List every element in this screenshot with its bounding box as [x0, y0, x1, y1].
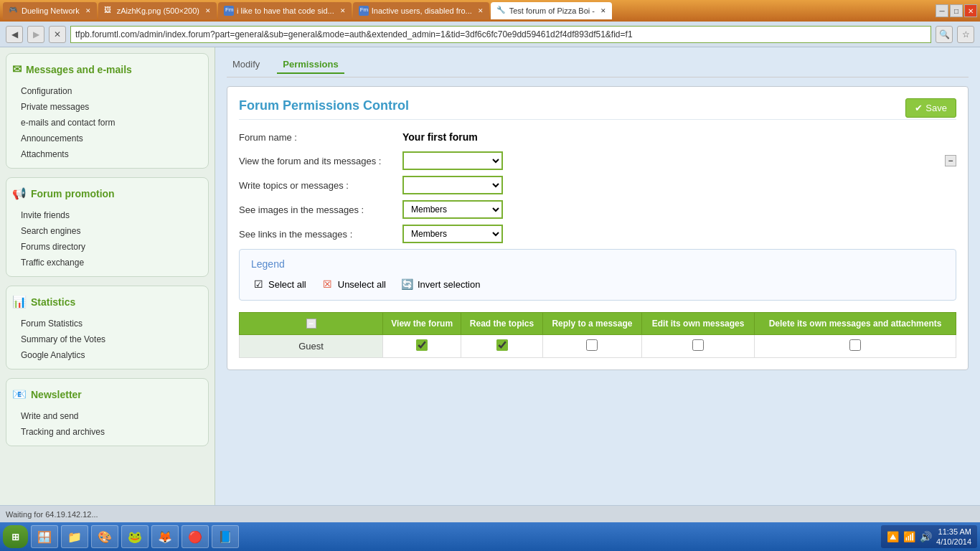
sidebar-item-analytics[interactable]: Google Analytics: [12, 347, 202, 363]
tab-label-2: zAizhKg.png (500×200): [117, 6, 199, 15]
invert-icon: 🔄: [400, 277, 415, 291]
sidebar-item-forums-directory[interactable]: Forums directory: [12, 239, 202, 255]
tab-label-1: Dueling Network: [22, 6, 80, 15]
sidebar-item-configuration[interactable]: Configuration: [12, 83, 202, 99]
tab-close-3[interactable]: ✕: [340, 7, 346, 14]
content-area: Modify Permissions ✔ Save Forum Permissi…: [215, 47, 980, 505]
promotion-box: 📢 Forum promotion Invite friends Search …: [6, 177, 209, 277]
perm-checkbox-guest-read[interactable]: [496, 339, 508, 351]
status-bar: Waiting for 64.19.142.12...: [0, 505, 980, 522]
clock: 11:35 AM 4/10/2014: [936, 527, 971, 547]
messages-title: Messages and e-mails: [26, 64, 132, 75]
network-icon: 📶: [903, 531, 915, 542]
clock-time: 11:35 AM: [936, 527, 971, 537]
main-area: ✉ Messages and e-mails Configuration Pri…: [0, 47, 980, 505]
tab-image[interactable]: 🖼 zAizhKg.png (500×200) ✕: [98, 2, 217, 19]
taskbar: ⊞ 🪟 📁 🎨 🐸 🦊 🔴 📘 🔼 📶 🔊 11:35 AM: [0, 522, 980, 551]
taskbar-app-2[interactable]: 📁: [61, 525, 88, 548]
legend-invert[interactable]: 🔄 Invert selection: [400, 277, 480, 291]
tab-close-2[interactable]: ✕: [205, 7, 211, 14]
legend-unselect-all[interactable]: ☒ Unselect all: [321, 277, 386, 291]
taskbar-icon-4: 🐸: [128, 530, 142, 544]
tab-permissions[interactable]: Permissions: [277, 56, 344, 74]
taskbar-app-5[interactable]: 🦊: [151, 525, 179, 548]
perm-collapse-btn[interactable]: −: [306, 319, 316, 329]
statistics-header: 📊 Statistics: [12, 292, 202, 311]
tab-close-5[interactable]: ✕: [600, 7, 606, 14]
sidebar-item-tracking[interactable]: Tracking and archives: [12, 424, 202, 440]
tab-inactive[interactable]: Fm Inactive users, disabled fro... ✕: [353, 2, 489, 19]
messages-box: ✉ Messages and e-mails Configuration Pri…: [6, 53, 209, 169]
bookmark-icon[interactable]: ☆: [957, 26, 974, 43]
perm-checkbox-guest-reply[interactable]: [586, 339, 598, 351]
url-input[interactable]: [70, 26, 931, 43]
sidebar-item-announcements[interactable]: Announcements: [12, 131, 202, 146]
perm-checkbox-guest-delete[interactable]: [849, 339, 861, 351]
tab-favicon-5: 🔧: [496, 6, 507, 16]
perm-checkbox-guest-view[interactable]: [416, 339, 428, 351]
close-button[interactable]: ✕: [964, 4, 977, 17]
taskbar-app-3[interactable]: 🎨: [91, 525, 118, 548]
tab-test-forum[interactable]: 🔧 Test forum of Pizza Boi - ✕: [491, 2, 612, 19]
title-bar: 🎮 Dueling Network ✕ 🖼 zAizhKg.png (500×2…: [0, 0, 980, 22]
forum-name-row: Forum name : Your first forum: [239, 131, 956, 143]
perm-checkbox-guest-edit[interactable]: [692, 339, 704, 351]
taskbar-icon-5: 🦊: [158, 530, 172, 544]
tab-modify[interactable]: Modify: [227, 56, 265, 74]
taskbar-icon-6: 🔴: [188, 530, 202, 544]
statistics-title: Statistics: [31, 296, 75, 308]
forward-button[interactable]: ▶: [27, 26, 44, 43]
taskbar-app-6[interactable]: 🔴: [182, 525, 209, 548]
legend-select-all[interactable]: ☑ Select all: [251, 277, 306, 291]
save-checkmark-icon: ✔: [915, 103, 923, 113]
minimize-button[interactable]: ─: [936, 4, 948, 17]
refresh-button[interactable]: ✕: [49, 26, 66, 43]
permissions-table: − View the forum Read the topics Reply t…: [239, 312, 956, 358]
collapse-button[interactable]: −: [945, 155, 956, 166]
preset-select-write[interactable]: Everyone Members Moderators Administrato…: [402, 176, 503, 194]
sidebar-item-invite[interactable]: Invite friends: [12, 207, 202, 223]
preset-select-view[interactable]: Everyone Members Moderators Administrato…: [402, 151, 503, 170]
sidebar-section-statistics: 📊 Statistics Forum Statistics Summary of…: [0, 286, 215, 369]
legend-select-all-label: Select all: [268, 279, 306, 290]
sidebar-item-write-send[interactable]: Write and send: [12, 408, 202, 424]
back-button[interactable]: ◀: [6, 26, 23, 43]
sidebar-item-private-messages[interactable]: Private messages: [12, 99, 202, 115]
sidebar-section-newsletter: 📧 Newsletter Write and send Tracking and…: [0, 378, 215, 446]
taskbar-icon-2: 📁: [67, 530, 82, 544]
sidebar-item-attachments[interactable]: Attachments: [12, 146, 202, 162]
tab-code[interactable]: Fm i like to have that code sid... ✕: [218, 2, 352, 19]
sidebar-item-votes[interactable]: Summary of the Votes: [12, 331, 202, 347]
messages-header: ✉ Messages and e-mails: [12, 60, 202, 79]
taskbar-app-4[interactable]: 🐸: [121, 525, 149, 548]
status-text: Waiting for 64.19.142.12...: [6, 510, 98, 519]
start-button[interactable]: ⊞: [3, 525, 28, 548]
tab-dueling-network[interactable]: 🎮 Dueling Network ✕: [3, 2, 97, 19]
preset-label-write: Write topics or messages :: [239, 180, 397, 191]
sidebar-item-emails[interactable]: e-mails and contact form: [12, 115, 202, 131]
sidebar-item-traffic[interactable]: Traffic exchange: [12, 255, 202, 270]
search-icon[interactable]: 🔍: [936, 26, 953, 43]
preset-select-images[interactable]: Everyone Members Moderators Administrato…: [402, 200, 503, 219]
sidebar-item-forum-stats[interactable]: Forum Statistics: [12, 316, 202, 331]
sidebar-item-search-engines[interactable]: Search engines: [12, 223, 202, 239]
promotion-title: Forum promotion: [31, 188, 115, 199]
taskbar-app-1[interactable]: 🪟: [31, 525, 58, 548]
taskbar-app-7[interactable]: 📘: [212, 525, 239, 548]
tray-icon-1: 🔼: [887, 531, 899, 542]
perm-header-row: − View the forum Read the topics Reply t…: [240, 313, 956, 335]
window-controls: ─ □ ✕: [936, 4, 977, 17]
promotion-icon: 📢: [12, 187, 27, 200]
tab-close-1[interactable]: ✕: [85, 7, 91, 14]
save-button[interactable]: ✔ Save: [905, 98, 956, 118]
maximize-button[interactable]: □: [950, 4, 963, 17]
preset-label-view: View the forum and its messages :: [239, 156, 397, 166]
tab-close-4[interactable]: ✕: [478, 7, 484, 14]
forum-name-label: Forum name :: [239, 132, 397, 143]
tab-label-5: Test forum of Pizza Boi -: [509, 6, 595, 15]
sidebar-section-messages: ✉ Messages and e-mails Configuration Pri…: [0, 53, 215, 169]
preset-select-links[interactable]: Everyone Members Moderators Administrato…: [402, 225, 503, 243]
clock-date: 4/10/2014: [936, 537, 971, 547]
perm-col-header-delete: Delete its own messages and attachments: [755, 313, 956, 335]
newsletter-header: 📧 Newsletter: [12, 385, 202, 404]
